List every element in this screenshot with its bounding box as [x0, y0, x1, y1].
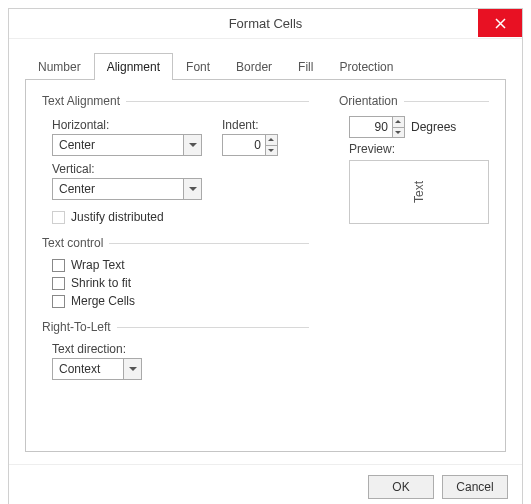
dialog-body: Number Alignment Font Border Fill Protec…: [9, 39, 522, 464]
text-alignment-heading: Text Alignment: [42, 94, 126, 108]
chevron-down-icon: [268, 149, 274, 152]
merge-cells-label: Merge Cells: [71, 294, 135, 308]
horizontal-combo[interactable]: Center: [52, 134, 202, 156]
tab-font[interactable]: Font: [173, 53, 223, 80]
text-direction-combo[interactable]: Context: [52, 358, 142, 380]
tab-fill[interactable]: Fill: [285, 53, 326, 80]
merge-cells-checkbox[interactable]: Merge Cells: [52, 294, 309, 308]
tab-bar: Number Alignment Font Border Fill Protec…: [25, 53, 506, 80]
text-direction-label: Text direction:: [52, 342, 309, 356]
titlebar: Format Cells: [9, 9, 522, 39]
tab-alignment[interactable]: Alignment: [94, 53, 173, 80]
indent-up-button[interactable]: [266, 135, 277, 145]
orientation-preview: Text: [349, 160, 489, 224]
group-text-alignment: Text Alignment Horizontal: Center Vertic…: [42, 94, 309, 224]
degrees-spinner[interactable]: [349, 116, 405, 138]
indent-spinner[interactable]: [222, 134, 278, 156]
indent-label: Indent:: [222, 118, 278, 132]
chevron-up-icon: [395, 120, 401, 123]
indent-down-button[interactable]: [266, 145, 277, 156]
degrees-down-button[interactable]: [393, 127, 404, 138]
checkbox-icon: [52, 211, 65, 224]
vertical-value: Center: [53, 182, 183, 196]
tab-panel: Text Alignment Horizontal: Center Vertic…: [25, 80, 506, 452]
chevron-down-icon: [123, 359, 141, 379]
format-cells-dialog: Format Cells Number Alignment Font Borde…: [8, 8, 523, 504]
preview-label: Preview:: [349, 142, 489, 156]
justify-distributed-checkbox: Justify distributed: [52, 210, 309, 224]
wrap-text-label: Wrap Text: [71, 258, 125, 272]
tab-protection[interactable]: Protection: [326, 53, 406, 80]
orientation-heading: Orientation: [339, 94, 404, 108]
preview-text: Text: [412, 181, 426, 203]
rtl-heading: Right-To-Left: [42, 320, 117, 334]
justify-distributed-label: Justify distributed: [71, 210, 164, 224]
vertical-label: Vertical:: [52, 162, 202, 176]
text-direction-value: Context: [53, 362, 123, 376]
checkbox-icon: [52, 259, 65, 272]
dialog-title: Format Cells: [229, 16, 303, 31]
group-text-control: Text control Wrap Text Shrink to fit Mer…: [42, 236, 309, 308]
shrink-to-fit-label: Shrink to fit: [71, 276, 131, 290]
degrees-up-button[interactable]: [393, 117, 404, 127]
chevron-down-icon: [183, 179, 201, 199]
checkbox-icon: [52, 295, 65, 308]
group-orientation: Orientation Degrees Preview:: [339, 94, 489, 224]
ok-button[interactable]: OK: [368, 475, 434, 499]
indent-input[interactable]: [223, 138, 265, 152]
cancel-button[interactable]: Cancel: [442, 475, 508, 499]
close-icon: [495, 18, 506, 29]
dialog-footer: OK Cancel: [9, 464, 522, 504]
wrap-text-checkbox[interactable]: Wrap Text: [52, 258, 309, 272]
group-rtl: Right-To-Left Text direction: Context: [42, 320, 309, 380]
vertical-combo[interactable]: Center: [52, 178, 202, 200]
chevron-down-icon: [395, 131, 401, 134]
horizontal-value: Center: [53, 138, 183, 152]
tab-number[interactable]: Number: [25, 53, 94, 80]
close-button[interactable]: [478, 9, 522, 37]
shrink-to-fit-checkbox[interactable]: Shrink to fit: [52, 276, 309, 290]
chevron-up-icon: [268, 138, 274, 141]
tab-border[interactable]: Border: [223, 53, 285, 80]
text-control-heading: Text control: [42, 236, 109, 250]
checkbox-icon: [52, 277, 65, 290]
degrees-input[interactable]: [350, 120, 392, 134]
chevron-down-icon: [183, 135, 201, 155]
degrees-label: Degrees: [411, 120, 456, 134]
horizontal-label: Horizontal:: [52, 118, 202, 132]
